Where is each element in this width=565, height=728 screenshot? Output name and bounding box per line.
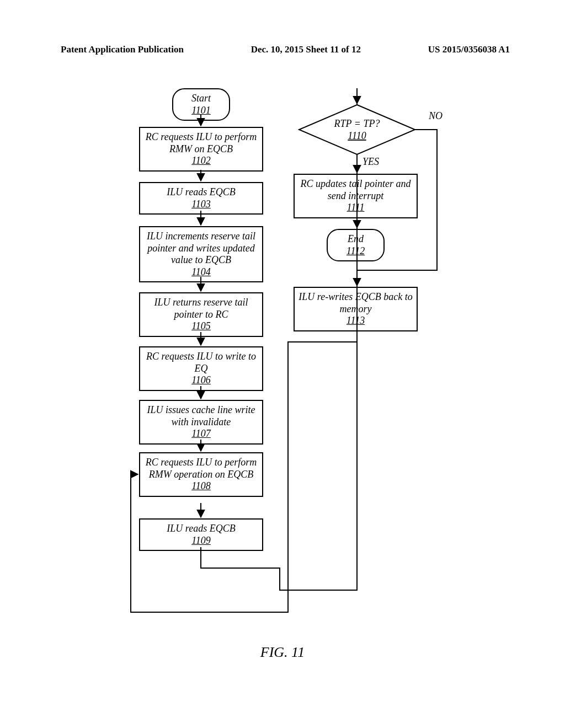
label-no: NO: [429, 110, 443, 122]
node-end-ref: 1112: [330, 245, 381, 258]
node-1105-text: ILU returns reserve tail pointer to RC: [154, 297, 248, 320]
flowchart: Start 1101 RC requests ILU to perform RM…: [128, 83, 448, 634]
header-left: Patent Application Publication: [61, 44, 184, 55]
node-1111-ref: 1111: [297, 202, 414, 214]
node-1108-ref: 1108: [142, 480, 260, 493]
header-right: US 2015/0356038 A1: [428, 44, 510, 55]
svg-marker-9: [299, 105, 415, 154]
node-1102: RC requests ILU to perform RMW on EQCB 1…: [139, 127, 263, 172]
node-1105: ILU returns reserve tail pointer to RC 1…: [139, 292, 263, 337]
page-header: Patent Application Publication Dec. 10, …: [0, 0, 565, 55]
node-1106-ref: 1106: [142, 374, 260, 387]
svg-text:1110: 1110: [348, 130, 366, 141]
node-start: Start 1101: [172, 88, 230, 121]
node-1109-text: ILU reads EQCB: [167, 523, 235, 534]
node-1113-ref: 1113: [297, 315, 414, 327]
node-1104-ref: 1104: [142, 266, 260, 279]
node-end: End 1112: [327, 229, 385, 261]
node-1108-text: RC requests ILU to perform RMW operation…: [146, 457, 257, 480]
node-1102-text: RC requests ILU to perform RMW on EQCB: [146, 131, 257, 154]
node-1113-text: ILU re-writes EQCB back to memory: [299, 291, 412, 314]
node-1106-text: RC requests ILU to write to EQ: [146, 351, 256, 374]
node-1105-ref: 1105: [142, 320, 260, 333]
node-1103: ILU reads EQCB 1103: [139, 182, 263, 215]
svg-text:RTP = TP?: RTP = TP?: [334, 118, 380, 129]
node-start-ref: 1101: [175, 105, 227, 117]
node-1107-ref: 1107: [142, 428, 260, 440]
node-1106: RC requests ILU to write to EQ 1106: [139, 346, 263, 391]
node-1113: ILU re-writes EQCB back to memory 1113: [294, 287, 418, 331]
node-1111-text: RC updates tail pointer and send interru…: [301, 178, 411, 201]
node-1110: RTP = TP? 1110: [299, 105, 415, 154]
node-1104: ILU increments reserve tail pointer and …: [139, 226, 263, 282]
node-1102-ref: 1102: [142, 155, 260, 167]
node-start-text: Start: [191, 93, 211, 104]
node-1109-ref: 1109: [142, 535, 260, 547]
node-1103-text: ILU reads EQCB: [167, 186, 235, 197]
figure-caption: FIG. 11: [0, 644, 565, 661]
header-center: Dec. 10, 2015 Sheet 11 of 12: [251, 44, 361, 55]
node-1109: ILU reads EQCB 1109: [139, 518, 263, 551]
node-1103-ref: 1103: [142, 199, 260, 211]
node-1107-text: ILU issues cache line write with invalid…: [147, 404, 255, 427]
node-1104-text: ILU increments reserve tail pointer and …: [147, 231, 255, 265]
node-end-text: End: [348, 233, 364, 244]
node-1111: RC updates tail pointer and send interru…: [294, 174, 418, 218]
node-1107: ILU issues cache line write with invalid…: [139, 400, 263, 445]
label-yes: YES: [363, 156, 379, 168]
node-1108: RC requests ILU to perform RMW operation…: [139, 452, 263, 497]
